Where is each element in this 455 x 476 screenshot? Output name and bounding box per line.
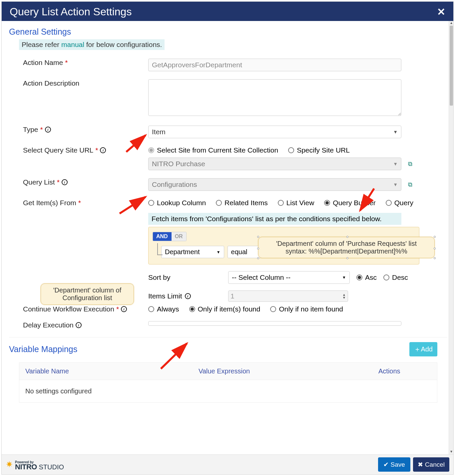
external-link-icon[interactable]: ⧉ — [408, 161, 412, 168]
scroll-down-icon[interactable]: ▼ — [449, 450, 454, 454]
info-icon[interactable]: i — [185, 293, 191, 299]
check-icon: ✔ — [383, 461, 389, 468]
add-mapping-button[interactable]: ＋Add — [409, 342, 437, 356]
modal-header: Query List Action Settings ✕ — [2, 2, 453, 22]
annotation-callout: 'Department' column of Configuration lis… — [41, 283, 134, 305]
query-info-text: Fetch items from 'Configurations' list a… — [148, 213, 401, 225]
empty-row: No settings configured — [19, 380, 437, 402]
close-icon[interactable]: ✕ — [437, 6, 445, 18]
radio-sort-asc[interactable]: Asc — [356, 273, 377, 281]
annotation-arrow — [125, 133, 148, 155]
label-type: Type — [23, 126, 38, 134]
radio-continue-always[interactable]: Always — [148, 305, 179, 313]
delay-exec-input[interactable] — [148, 321, 401, 326]
info-icon[interactable]: i — [45, 127, 51, 133]
modal-title: Query List Action Settings — [10, 6, 132, 18]
svg-line-0 — [126, 135, 146, 152]
section-variable-mappings-title: Variable Mappings — [9, 344, 77, 354]
info-icon[interactable]: i — [62, 179, 68, 185]
radio-specify-url[interactable]: Specify Site URL — [288, 146, 350, 154]
chevron-down-icon: ▼ — [393, 129, 398, 135]
col-actions: Actions — [372, 363, 437, 380]
variable-mappings-table: Variable Name Value Expression Actions N… — [19, 362, 437, 403]
svg-line-1 — [120, 197, 146, 214]
spinner-icon[interactable]: ▲▼ — [342, 293, 346, 299]
manual-link[interactable]: manual — [61, 41, 84, 48]
manual-note: Please refer manual for below configurat… — [19, 39, 165, 50]
sort-column-select[interactable]: -- Select Column --▼ — [228, 271, 350, 284]
svg-line-3 — [161, 343, 187, 369]
scrollbar-thumb[interactable] — [450, 26, 453, 106]
label-action-name: Action Name — [23, 59, 63, 67]
radio-site-collection[interactable]: Select Site from Current Site Collection — [148, 146, 278, 154]
section-general-title: General Settings — [9, 27, 447, 37]
items-limit-input[interactable]: 1▲▼ — [228, 290, 348, 302]
label-get-items: Get Item(s) From — [23, 199, 76, 207]
radio-listview[interactable]: List View — [278, 199, 314, 207]
radio-continue-none[interactable]: Only if no item found — [270, 305, 343, 313]
cancel-button[interactable]: ✖Cancel — [413, 457, 449, 472]
label-items-limit: Items Limit — [148, 292, 182, 300]
external-link-icon[interactable]: ⧉ — [408, 181, 412, 188]
annotation-callout: 'Department' column of 'Purchase Request… — [258, 237, 435, 258]
and-or-toggle[interactable]: ANDOR — [153, 232, 187, 241]
info-icon[interactable]: i — [76, 322, 82, 328]
label-sort-by: Sort by — [148, 273, 222, 281]
condition-column-select[interactable]: Department▼ — [161, 246, 224, 258]
annotation-arrow — [118, 195, 148, 216]
chevron-down-icon: ▼ — [342, 275, 346, 280]
radio-sort-desc[interactable]: Desc — [383, 273, 408, 281]
radio-continue-found[interactable]: Only if item(s) found — [189, 305, 260, 313]
label-delay-exec: Delay Execution — [23, 321, 74, 329]
info-icon[interactable]: i — [121, 306, 127, 312]
col-value-expression: Value Expression — [193, 363, 372, 380]
site-select[interactable]: NITRO Purchase▼ — [148, 158, 401, 170]
action-name-input[interactable]: GetApproversForDepartment — [148, 59, 401, 71]
logo-icon: ✷ — [6, 459, 13, 470]
caret-down-icon: ▼ — [393, 182, 398, 187]
annotation-arrow — [357, 187, 377, 215]
type-select[interactable]: Item▼ — [148, 126, 401, 138]
action-description-input[interactable] — [148, 79, 401, 116]
annotation-arrow — [158, 341, 191, 373]
nitro-studio-logo: ✷ Powered by NITRO STUDIO — [6, 459, 64, 470]
label-action-description: Action Description — [23, 79, 79, 87]
info-icon[interactable]: i — [100, 147, 106, 153]
footer: ✷ Powered by NITRO STUDIO ✔Save ✖Cancel — [2, 454, 453, 474]
label-site-url: Select Query Site URL — [23, 146, 93, 154]
svg-line-2 — [360, 189, 374, 211]
scroll-up-icon[interactable]: ▲ — [449, 21, 454, 26]
save-button[interactable]: ✔Save — [378, 457, 410, 472]
label-continue-exec: Continue Workflow Execution — [23, 305, 114, 313]
caret-down-icon: ▼ — [393, 161, 398, 167]
x-icon: ✖ — [418, 461, 423, 468]
plus-icon: ＋ — [414, 345, 421, 353]
radio-query[interactable]: Query — [386, 199, 413, 207]
scrollbar[interactable]: ▲ ▼ — [449, 21, 453, 454]
label-query-list: Query List — [23, 178, 55, 186]
radio-lookup[interactable]: Lookup Column — [148, 199, 206, 207]
radio-related[interactable]: Related Items — [216, 199, 268, 207]
